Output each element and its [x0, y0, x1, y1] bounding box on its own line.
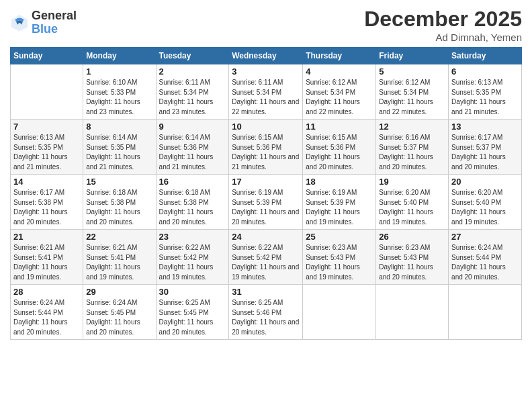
logo-icon [10, 13, 29, 32]
day-cell: 31Sunrise: 6:25 AMSunset: 5:46 PMDayligh… [229, 285, 303, 340]
day-cell: 24Sunrise: 6:22 AMSunset: 5:42 PMDayligh… [229, 230, 303, 285]
day-info: Sunrise: 6:22 AMSunset: 5:42 PMDaylight:… [232, 243, 300, 282]
day-number: 7 [13, 122, 80, 132]
day-info: Sunrise: 6:23 AMSunset: 5:43 PMDaylight:… [306, 243, 373, 282]
day-cell: 25Sunrise: 6:23 AMSunset: 5:43 PMDayligh… [303, 230, 376, 285]
day-cell: 20Sunrise: 6:20 AMSunset: 5:40 PMDayligh… [449, 175, 522, 230]
day-info: Sunrise: 6:21 AMSunset: 5:41 PMDaylight:… [13, 243, 80, 282]
page-container: General Blue December 2025 Ad Dimnah, Ye… [0, 0, 532, 347]
day-info: Sunrise: 6:22 AMSunset: 5:42 PMDaylight:… [159, 243, 226, 282]
day-cell: 19Sunrise: 6:20 AMSunset: 5:40 PMDayligh… [376, 175, 449, 230]
day-info: Sunrise: 6:19 AMSunset: 5:39 PMDaylight:… [306, 188, 373, 227]
day-cell: 21Sunrise: 6:21 AMSunset: 5:41 PMDayligh… [11, 230, 83, 285]
day-info: Sunrise: 6:16 AMSunset: 5:37 PMDaylight:… [379, 133, 445, 172]
day-info: Sunrise: 6:17 AMSunset: 5:37 PMDaylight:… [451, 133, 519, 172]
day-info: Sunrise: 6:10 AMSunset: 5:33 PMDaylight:… [86, 78, 152, 117]
day-number: 3 [232, 66, 300, 77]
day-cell: 13Sunrise: 6:17 AMSunset: 5:37 PMDayligh… [449, 120, 522, 175]
day-number: 5 [379, 66, 445, 77]
day-number: 30 [159, 287, 226, 297]
day-info: Sunrise: 6:25 AMSunset: 5:46 PMDaylight:… [232, 298, 300, 337]
day-info: Sunrise: 6:13 AMSunset: 5:35 PMDaylight:… [13, 133, 80, 172]
day-number: 8 [86, 122, 152, 132]
day-cell: 16Sunrise: 6:18 AMSunset: 5:38 PMDayligh… [156, 175, 229, 230]
day-cell: 15Sunrise: 6:18 AMSunset: 5:38 PMDayligh… [83, 175, 156, 230]
day-info: Sunrise: 6:15 AMSunset: 5:36 PMDaylight:… [232, 133, 300, 172]
day-number: 15 [86, 177, 152, 187]
day-number: 28 [13, 287, 80, 297]
day-number: 13 [451, 122, 519, 132]
day-number: 2 [159, 66, 226, 77]
day-cell: 14Sunrise: 6:17 AMSunset: 5:38 PMDayligh… [11, 175, 83, 230]
day-number: 22 [86, 232, 152, 242]
week-row-3: 14Sunrise: 6:17 AMSunset: 5:38 PMDayligh… [11, 175, 522, 230]
day-info: Sunrise: 6:24 AMSunset: 5:44 PMDaylight:… [13, 298, 80, 337]
day-number: 16 [159, 177, 226, 187]
header: General Blue December 2025 Ad Dimnah, Ye… [10, 7, 522, 43]
logo-text: General Blue [32, 9, 77, 36]
day-cell: 26Sunrise: 6:23 AMSunset: 5:43 PMDayligh… [376, 230, 449, 285]
location: Ad Dimnah, Yemen [364, 32, 522, 43]
day-cell: 28Sunrise: 6:24 AMSunset: 5:44 PMDayligh… [11, 285, 83, 340]
month-title: December 2025 [364, 7, 522, 32]
day-info: Sunrise: 6:25 AMSunset: 5:45 PMDaylight:… [159, 298, 226, 337]
week-row-4: 21Sunrise: 6:21 AMSunset: 5:41 PMDayligh… [11, 230, 522, 285]
day-number: 19 [379, 177, 445, 187]
day-cell: 17Sunrise: 6:19 AMSunset: 5:39 PMDayligh… [229, 175, 303, 230]
day-info: Sunrise: 6:12 AMSunset: 5:34 PMDaylight:… [306, 78, 373, 117]
day-cell [303, 285, 376, 340]
day-cell: 3Sunrise: 6:11 AMSunset: 5:34 PMDaylight… [229, 64, 303, 120]
header-cell-sunday: Sunday [11, 48, 83, 64]
day-info: Sunrise: 6:12 AMSunset: 5:34 PMDaylight:… [379, 78, 445, 117]
header-cell-thursday: Thursday [303, 48, 376, 64]
day-cell [449, 285, 522, 340]
day-number: 24 [232, 232, 300, 242]
day-number: 20 [451, 177, 519, 187]
day-info: Sunrise: 6:21 AMSunset: 5:41 PMDaylight:… [86, 243, 152, 282]
day-number: 10 [232, 122, 300, 132]
header-cell-tuesday: Tuesday [156, 48, 229, 64]
day-number: 12 [379, 122, 445, 132]
day-cell: 4Sunrise: 6:12 AMSunset: 5:34 PMDaylight… [303, 64, 376, 120]
day-cell [11, 64, 83, 120]
day-cell [376, 285, 449, 340]
day-info: Sunrise: 6:18 AMSunset: 5:38 PMDaylight:… [86, 188, 152, 227]
logo: General Blue [10, 9, 77, 36]
day-number: 26 [379, 232, 445, 242]
day-number: 29 [86, 287, 152, 297]
day-number: 31 [232, 287, 300, 297]
day-number: 23 [159, 232, 226, 242]
day-info: Sunrise: 6:24 AMSunset: 5:44 PMDaylight:… [451, 243, 519, 282]
day-number: 4 [306, 66, 373, 77]
day-cell: 12Sunrise: 6:16 AMSunset: 5:37 PMDayligh… [376, 120, 449, 175]
day-cell: 18Sunrise: 6:19 AMSunset: 5:39 PMDayligh… [303, 175, 376, 230]
week-row-2: 7Sunrise: 6:13 AMSunset: 5:35 PMDaylight… [11, 120, 522, 175]
day-cell: 10Sunrise: 6:15 AMSunset: 5:36 PMDayligh… [229, 120, 303, 175]
day-number: 21 [13, 232, 80, 242]
logo-general-text: General [32, 9, 77, 23]
week-row-5: 28Sunrise: 6:24 AMSunset: 5:44 PMDayligh… [11, 285, 522, 340]
day-info: Sunrise: 6:17 AMSunset: 5:38 PMDaylight:… [13, 188, 80, 227]
day-info: Sunrise: 6:13 AMSunset: 5:35 PMDaylight:… [451, 78, 519, 117]
day-number: 1 [86, 66, 152, 77]
day-cell: 23Sunrise: 6:22 AMSunset: 5:42 PMDayligh… [156, 230, 229, 285]
day-cell: 2Sunrise: 6:11 AMSunset: 5:34 PMDaylight… [156, 64, 229, 120]
day-info: Sunrise: 6:14 AMSunset: 5:36 PMDaylight:… [159, 133, 226, 172]
day-number: 25 [306, 232, 373, 242]
day-cell: 30Sunrise: 6:25 AMSunset: 5:45 PMDayligh… [156, 285, 229, 340]
day-info: Sunrise: 6:20 AMSunset: 5:40 PMDaylight:… [451, 188, 519, 227]
day-cell: 27Sunrise: 6:24 AMSunset: 5:44 PMDayligh… [449, 230, 522, 285]
day-cell: 11Sunrise: 6:15 AMSunset: 5:36 PMDayligh… [303, 120, 376, 175]
header-row: SundayMondayTuesdayWednesdayThursdayFrid… [11, 48, 522, 64]
day-cell: 6Sunrise: 6:13 AMSunset: 5:35 PMDaylight… [449, 64, 522, 120]
day-number: 27 [451, 232, 519, 242]
header-cell-friday: Friday [376, 48, 449, 64]
header-cell-monday: Monday [83, 48, 156, 64]
day-number: 17 [232, 177, 300, 187]
day-cell: 8Sunrise: 6:14 AMSunset: 5:35 PMDaylight… [83, 120, 156, 175]
day-info: Sunrise: 6:20 AMSunset: 5:40 PMDaylight:… [379, 188, 445, 227]
day-number: 9 [159, 122, 226, 132]
day-number: 11 [306, 122, 373, 132]
day-info: Sunrise: 6:11 AMSunset: 5:34 PMDaylight:… [159, 78, 226, 117]
day-cell: 22Sunrise: 6:21 AMSunset: 5:41 PMDayligh… [83, 230, 156, 285]
